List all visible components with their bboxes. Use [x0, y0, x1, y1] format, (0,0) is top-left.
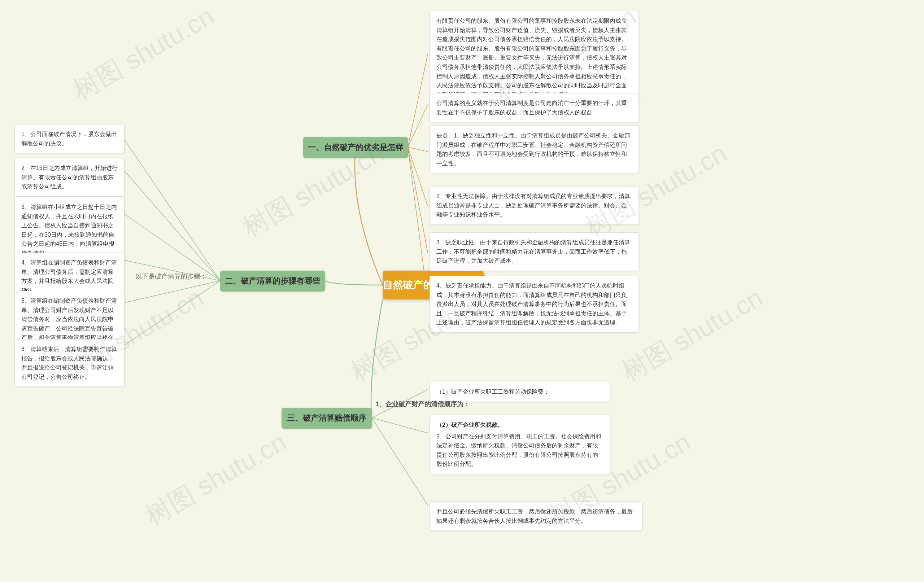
left-node-2: 2、在15日之内成立清算组，开始进行清算。有限责任公司的清算组由股东或清算公司组… [15, 158, 125, 197]
svg-line-11 [123, 281, 220, 346]
bottom-right-1: （1）破产企业所欠职工工资和劳动保险费； [429, 382, 610, 402]
right-node-4: 2、专业性无法保障。由于法律没有对清算组成员的专业素质提出要求，清算组成员通常是… [429, 186, 639, 225]
bottom-right-3: 并且公司必须先清偿所欠职工工资，然后偿还所欠税款，然后还清债务，最后如果还有剩余… [429, 501, 642, 531]
branch1-label: 一、自然破产的优劣是怎样 [308, 142, 403, 153]
left-node-6: 6、清算结束后，清算组需要制作清算报告，报给股东会或人民法院确认，并且报送给公司… [15, 339, 125, 387]
ln6-text: 6、清算结束后，清算组需要制作清算报告，报给股东会或人民法院确认，并且报送给公司… [21, 346, 117, 380]
branch-node-2: 二、破产清算的步骤有哪些 [220, 270, 325, 292]
br2-text: 2、公司财产在分别支付清算费用、职工的工资、社会保险费用和法定补偿金、缴纳所欠税… [436, 434, 601, 467]
rn2-text: 公司清算的意义就在于公司清算制度是公司走向消亡十分重要的一环，其重要性在于不仅保… [436, 100, 627, 115]
rn1-text: 有限责任公司的股东、股份有限公司的董事和控股股东未在法定期限内成立清算组开始清算… [436, 18, 627, 98]
cl1-text: 以下是破产清算的步骤： [135, 273, 207, 280]
svg-line-6 [123, 137, 220, 281]
right-node-2: 公司清算的意义就在于公司清算制度是公司走向消亡十分重要的一环，其重要性在于不仅保… [429, 93, 639, 122]
connector-label-1: 以下是破产清算的步骤： [135, 272, 207, 281]
rn5-text: 3、缺乏职业性。由于来自行政机关和金融机构的清算组成员往往是兼任清算工作，不可能… [436, 239, 630, 264]
br1-text: （1）破产企业所欠职工工资和劳动保险费； [436, 389, 549, 395]
ln1-text: 1、公司面临破产情况下，股东会做出解散公司的决议。 [21, 131, 117, 147]
right-node-1: 有限责任公司的股东、股份有限公司的董事和控股股东未在法定期限内成立清算组开始清算… [429, 11, 639, 105]
svg-line-0 [408, 54, 428, 147]
mindmap-container: 树图 shutu.cn 树图 shutu.cn 树图 shutu.cn 树图 s… [0, 0, 924, 582]
ln3-text: 3、清算组在小组成立之日起十日之内通知债权人，并且在六时日内在报纸上公告。债权人… [21, 204, 117, 256]
bl1-text: 1、企业破产财产的清偿顺序为： [375, 401, 470, 408]
rn6-text: 4、缺乏责任承担能力。由于清算组是由来自不同机构和部门的人员临时组成，其本身没有… [436, 282, 627, 325]
svg-line-7 [123, 169, 220, 281]
br3-text: 并且公司必须先清偿所欠职工工资，然后偿还所欠税款，然后还清债务，最后如果还有剩余… [436, 508, 633, 524]
right-node-5: 3、缺乏职业性。由于来自行政机关和金融机构的清算组成员往往是兼任清算工作，不可能… [429, 232, 639, 271]
bottom-label-1: 1、企业破产财产的清偿顺序为： [375, 400, 470, 409]
svg-line-10 [123, 281, 220, 303]
svg-line-1 [408, 105, 428, 147]
rn4-text: 2、专业性无法保障。由于法律没有对清算组成员的专业素质提出要求，清算组成员通常是… [436, 193, 630, 218]
branch-node-1: 一、自然破产的优劣是怎样 [303, 137, 408, 158]
left-node-1: 1、公司面临破产情况下，股东会做出解散公司的决议。 [15, 124, 125, 153]
ln2-text: 2、在15日之内成立清算组，开始进行清算。有限责任公司的清算组由股东或清算公司组… [21, 165, 118, 190]
svg-line-2 [408, 147, 428, 152]
branch2-label: 二、破产清算的步骤有哪些 [225, 276, 320, 287]
ln4-text: 4、清算组在编制资产负债表和财产清单、清理公司债务后，需制定应清算方案，并且报给… [21, 259, 117, 293]
right-node-6: 4、缺乏责任承担能力。由于清算组是由来自不同机构和部门的人员临时组成，其本身没有… [429, 276, 639, 333]
branch-node-3: 三、破产清算赔偿顺序 [282, 408, 372, 429]
branch3-label: 三、破产清算赔偿顺序 [287, 413, 366, 424]
right-node-3: 缺点：1、缺乏独立性和中立性。由于清算组成员是由破产公司机关、金融部门派员组成，… [429, 125, 639, 173]
svg-line-4 [408, 147, 428, 252]
br2-sub-label: （2）破产企业所欠税款。 [436, 420, 603, 430]
bottom-right-2: （2）破产企业所欠税款。 2、公司财产在分别支付清算费用、职工的工资、社会保险费… [429, 415, 610, 474]
svg-line-8 [123, 213, 220, 281]
rn3-text: 缺点：1、缺乏独立性和中立性。由于清算组成员是由破产公司机关、金融部门派员组成，… [436, 132, 630, 167]
svg-line-3 [408, 147, 428, 206]
